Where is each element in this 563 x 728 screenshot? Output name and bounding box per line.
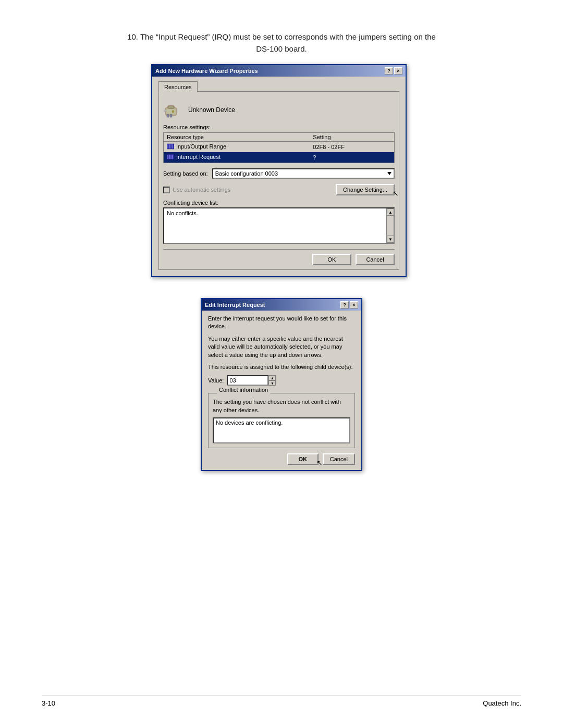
edit-description3: This resource is assigned to the followi… <box>208 363 355 371</box>
value-row: Value: 03 ▲ ▼ <box>208 375 355 386</box>
device-svg-icon <box>164 101 182 119</box>
device-name: Unknown Device <box>188 106 235 114</box>
svg-rect-5 <box>164 110 166 112</box>
page-number: 3-10 <box>42 699 55 707</box>
edit-description1: Enter the interrupt request you would li… <box>208 315 355 331</box>
no-conflicts-text: No conflicts. <box>167 210 198 216</box>
edit-description2: You may either enter a specific value an… <box>208 335 355 359</box>
table-row[interactable]: Interrupt Request ? <box>164 152 395 163</box>
conflict-info-group: Conflict information The setting you hav… <box>208 390 355 448</box>
resource-settings-label: Resource settings: <box>163 124 395 130</box>
instruction-paragraph: 10. The “Input Request” (IRQ) must be se… <box>99 31 464 55</box>
main-dialog-content: Resources <box>152 77 406 276</box>
svg-rect-1 <box>168 106 174 108</box>
help-button[interactable]: ? <box>385 67 393 75</box>
svg-rect-15 <box>172 155 173 159</box>
edit-dialog-titlebar: Edit Interrupt Request ? × <box>202 299 361 311</box>
setting-based-on-select[interactable]: Basic configuration 0003 <box>212 168 395 179</box>
setting-based-on-label: Setting based on: <box>163 170 208 177</box>
svg-rect-12 <box>167 155 168 159</box>
svg-rect-9 <box>170 144 172 149</box>
svg-rect-14 <box>170 155 172 159</box>
col-header-setting: Setting <box>310 133 394 142</box>
svg-rect-10 <box>172 144 173 149</box>
instruction-line1: 10. The “Input Request” (IRQ) must be se… <box>127 32 436 41</box>
resource-table: Resource type Setting <box>163 132 395 163</box>
change-setting-button[interactable]: Change Setting... <box>336 184 395 195</box>
conflict-scrollbar: ▲ ▼ <box>386 208 394 243</box>
tab-strip: Resources <box>158 81 399 92</box>
row1-type: Input/Output Range <box>164 142 310 153</box>
main-dialog-wrapper: Add New Hardware Wizard Properties ? × R… <box>151 64 412 277</box>
auto-settings-label: Use automatic settings <box>173 187 230 193</box>
conflict-info-text: The setting you have chosen does not con… <box>213 398 350 414</box>
titlebar-controls: ? × <box>385 67 402 75</box>
page-footer: 3-10 Quatech Inc. <box>42 696 521 707</box>
page: 10. The “Input Request” (IRQ) must be se… <box>0 0 563 728</box>
edit-cancel-button[interactable]: Cancel <box>323 453 355 465</box>
edit-ok-button[interactable]: OK <box>287 453 319 465</box>
row2-type: Interrupt Request <box>164 152 310 163</box>
edit-help-button[interactable]: ? <box>340 301 349 309</box>
spin-up-arrow[interactable]: ▲ <box>268 375 276 380</box>
edit-irq-dialog: Edit Interrupt Request ? × Enter the int… <box>201 298 362 471</box>
spin-arrows: ▲ ▼ <box>268 375 276 386</box>
tab-panel: Unknown Device Resource settings: Resour… <box>158 91 399 270</box>
conflict-box: No conflicts. ▲ ▼ <box>163 207 395 244</box>
svg-rect-2 <box>167 114 169 117</box>
edit-dialog-title: Edit Interrupt Request <box>205 302 340 308</box>
edit-dialog-wrapper: Edit Interrupt Request ? × Enter the int… <box>201 288 362 471</box>
content-area: 10. The “Input Request” (IRQ) must be se… <box>42 31 521 697</box>
conflict-devices-box: No devices are conflicting. <box>213 417 350 443</box>
value-input[interactable]: 03 <box>227 375 268 386</box>
svg-rect-8 <box>169 144 170 149</box>
setting-based-on-row: Setting based on: Basic configuration 00… <box>163 168 395 179</box>
col-header-type: Resource type <box>164 133 310 142</box>
cancel-button[interactable]: Cancel <box>356 254 395 265</box>
instruction-line2: DS-100 board. <box>256 44 307 53</box>
dialog-bottom-buttons: OK Cancel <box>163 249 395 265</box>
value-label: Value: <box>208 377 224 384</box>
company-name: Quatech Inc. <box>483 699 521 707</box>
row1-icon-box: Input/Output Range <box>167 143 226 150</box>
row2-type-text: Interrupt Request <box>176 154 221 160</box>
edit-dialog-bottom: OK ↖ Cancel <box>208 453 355 465</box>
row2-icon-box: Interrupt Request <box>167 153 221 161</box>
conflicting-label: Conflicting device list: <box>163 200 395 206</box>
auto-settings-checkbox[interactable] <box>163 187 170 193</box>
main-dialog-titlebar: Add New Hardware Wizard Properties ? × <box>152 65 406 77</box>
io-range-icon <box>167 143 174 150</box>
conflict-info-legend: Conflict information <box>217 387 270 393</box>
row1-type-text: Input/Output Range <box>176 143 226 150</box>
spin-control: 03 ▲ ▼ <box>227 375 276 386</box>
tab-resources[interactable]: Resources <box>158 81 198 92</box>
device-icon <box>163 100 183 120</box>
main-dialog: Add New Hardware Wizard Properties ? × R… <box>151 64 407 277</box>
svg-rect-3 <box>170 114 172 117</box>
row1-setting: 02F8 - 02FF <box>310 142 394 153</box>
spin-down-arrow[interactable]: ▼ <box>268 380 276 386</box>
no-conflicting-devices: No devices are conflicting. <box>216 419 283 426</box>
table-header-row: Resource type Setting <box>164 133 395 142</box>
svg-rect-13 <box>169 155 170 159</box>
edit-close-button[interactable]: × <box>350 301 358 309</box>
scroll-down-arrow[interactable]: ▼ <box>387 236 394 243</box>
table-row[interactable]: Input/Output Range 02F8 - 02FF <box>164 142 395 153</box>
scroll-up-arrow[interactable]: ▲ <box>387 208 394 216</box>
edit-titlebar-controls: ? × <box>340 301 358 309</box>
edit-dialog-content: Enter the interrupt request you would li… <box>202 311 361 470</box>
row2-setting: ? <box>310 152 394 163</box>
device-section: Unknown Device <box>163 96 395 124</box>
auto-settings-checkbox-row: Use automatic settings <box>163 187 230 193</box>
svg-point-4 <box>172 110 174 113</box>
svg-rect-7 <box>167 144 168 149</box>
controls-row: Use automatic settings Change Setting...… <box>163 184 395 195</box>
ok-button[interactable]: OK <box>312 254 351 265</box>
main-dialog-title: Add New Hardware Wizard Properties <box>155 68 385 74</box>
irq-icon <box>167 153 174 161</box>
close-button[interactable]: × <box>394 67 402 75</box>
